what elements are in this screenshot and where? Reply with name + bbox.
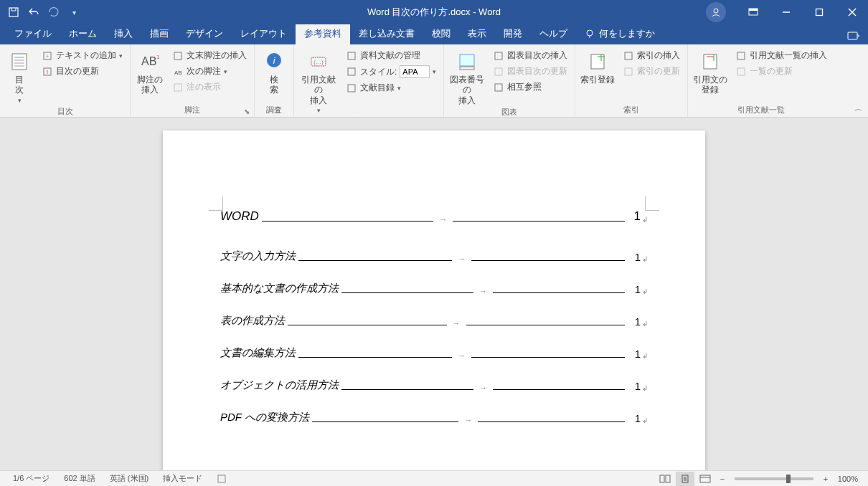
tab-layout[interactable]: レイアウト: [232, 23, 296, 44]
toc-leader: [471, 260, 625, 261]
insert-endnote-button[interactable]: 文末脚注の挿入: [169, 49, 250, 62]
tab-home[interactable]: ホーム: [60, 23, 105, 44]
insert-index-icon: [623, 50, 634, 62]
tab-file[interactable]: ファイル: [6, 23, 60, 44]
collapse-ribbon-button[interactable]: ︿: [854, 103, 862, 114]
tab-draw[interactable]: 描画: [141, 23, 177, 44]
web-layout-button[interactable]: [696, 472, 714, 486]
svg-rect-0: [9, 8, 18, 16]
update-toa-button[interactable]: 一覧の更新: [732, 65, 830, 78]
insert-footnote-button[interactable]: AB1 脚注の 挿入: [135, 47, 165, 103]
paragraph-mark-icon: ↲: [642, 352, 648, 360]
svg-point-8: [587, 30, 593, 36]
bibliography-button[interactable]: 文献目録: [343, 81, 439, 95]
toc-container: WORD→1↲文字の入力方法→1↲基本的な文書の作成方法→1↲表の作成方法→1↲…: [220, 209, 648, 424]
minimize-button[interactable]: [770, 0, 802, 24]
insert-tof-button[interactable]: 図表目次の挿入: [490, 49, 570, 62]
redo-button[interactable]: [46, 4, 62, 20]
macro-recording-icon[interactable]: [209, 474, 234, 484]
insert-citation-button[interactable]: (…) 引用文献の 挿入 ▾: [298, 47, 339, 115]
ribbon-group-footnotes: AB1 脚注の 挿入 文末脚注の挿入 AB次の脚注 注の表示 脚注⬊: [131, 44, 255, 117]
zoom-thumb[interactable]: [786, 475, 791, 483]
toc-leader: [312, 421, 459, 422]
toc-row[interactable]: WORD→1↲: [220, 209, 648, 224]
next-footnote-button[interactable]: AB次の脚注: [169, 65, 250, 78]
update-index-button[interactable]: 索引の更新: [620, 65, 683, 78]
qat-customize[interactable]: ▾: [66, 4, 82, 20]
toc-page: 1: [628, 283, 641, 295]
svg-rect-49: [666, 475, 670, 482]
insert-footnote-label: 脚注の 挿入: [137, 75, 163, 95]
paragraph-mark-icon: ↲: [642, 216, 648, 224]
svg-rect-11: [12, 54, 27, 70]
add-text-button[interactable]: +テキストの追加: [39, 49, 126, 62]
footnotes-launcher[interactable]: ⬊: [244, 108, 250, 115]
insert-toa-button[interactable]: 引用文献一覧の挿入: [732, 49, 830, 62]
language-indicator[interactable]: 英語 (米国): [103, 473, 156, 484]
tell-me[interactable]: 何をしますか: [576, 23, 664, 44]
svg-text:i: i: [273, 56, 275, 66]
zoom-level[interactable]: 100%: [834, 475, 862, 483]
share-button[interactable]: [839, 30, 868, 44]
toc-icon: [8, 50, 31, 73]
tab-help[interactable]: ヘルプ: [531, 23, 576, 44]
toc-row[interactable]: オブジェクトの活用方法→1↲: [220, 378, 648, 392]
toc-leader: [478, 421, 625, 422]
close-button[interactable]: [836, 0, 868, 24]
toc-title: 文書の編集方法: [220, 346, 296, 360]
tab-design[interactable]: デザイン: [177, 23, 232, 44]
bibliography-icon: [346, 82, 357, 94]
tab-review[interactable]: 校閲: [423, 23, 459, 44]
toc-row[interactable]: 文書の編集方法→1↲: [220, 346, 648, 360]
maximize-button[interactable]: [803, 0, 835, 24]
insert-mode[interactable]: 挿入モード: [156, 473, 209, 484]
tab-view[interactable]: 表示: [459, 23, 495, 44]
tab-mailings[interactable]: 差し込み文書: [350, 23, 423, 44]
svg-rect-33: [460, 67, 474, 70]
crossref-button[interactable]: 相互参照: [490, 80, 570, 94]
update-tof-button[interactable]: 図表目次の更新: [490, 65, 570, 78]
margin-mark-tr: [645, 196, 659, 211]
toc-row[interactable]: 表の作成方法→1↲: [220, 314, 648, 328]
tell-me-label: 何をしますか: [599, 27, 655, 40]
toc-leader: [288, 325, 447, 325]
paragraph-mark-icon: ↲: [642, 287, 648, 295]
zoom-out-button[interactable]: −: [716, 472, 729, 486]
ribbon-group-toc: 目 次 ▾ +テキストの追加 !目次の更新 目次: [0, 44, 131, 117]
toc-row[interactable]: 文字の入力方法→1↲: [220, 249, 648, 263]
toc-button[interactable]: 目 次 ▾: [4, 47, 34, 105]
search-label: 検 索: [270, 75, 278, 95]
toc-row[interactable]: 基本的な文書の作成方法→1↲: [220, 282, 648, 295]
svg-rect-36: [495, 84, 502, 91]
search-button[interactable]: i 検 索: [259, 47, 289, 103]
update-toc-button[interactable]: !目次の更新: [39, 65, 126, 78]
zoom-slider[interactable]: [735, 477, 813, 480]
toc-row[interactable]: PDF への変換方法→1↲: [220, 411, 648, 424]
insert-index-button[interactable]: 索引の挿入: [620, 49, 683, 62]
caption-icon: [456, 50, 478, 73]
account-icon[interactable]: [706, 2, 726, 22]
read-mode-button[interactable]: [656, 472, 674, 486]
page-count[interactable]: 1/6 ページ: [6, 473, 57, 484]
show-notes-button[interactable]: 注の表示: [169, 80, 250, 94]
insert-caption-button[interactable]: 図表番号の 挿入: [448, 47, 486, 105]
word-count[interactable]: 602 単語: [57, 473, 102, 484]
tab-developer[interactable]: 開発: [495, 23, 531, 44]
endnote-icon: [172, 50, 184, 62]
zoom-in-button[interactable]: +: [819, 472, 832, 486]
undo-button[interactable]: [26, 4, 42, 20]
style-select[interactable]: スタイル: ▾: [343, 65, 439, 79]
print-layout-button[interactable]: [676, 472, 694, 486]
mark-citation-button[interactable]: 引用文の 登録: [692, 47, 728, 103]
autosave-icon[interactable]: [6, 4, 22, 20]
tab-insert[interactable]: 挿入: [105, 23, 141, 44]
mark-index-button[interactable]: 索引登録: [580, 47, 615, 103]
document-area[interactable]: WORD→1↲文字の入力方法→1↲基本的な文書の作成方法→1↲表の作成方法→1↲…: [0, 118, 868, 470]
ribbon-display-button[interactable]: [737, 0, 769, 24]
tab-references[interactable]: 参考資料: [296, 23, 350, 44]
ribbon-group-research: i 検 索 調査: [255, 44, 294, 117]
manage-sources-button[interactable]: 資料文献の管理: [343, 49, 439, 62]
page[interactable]: WORD→1↲文字の入力方法→1↲基本的な文書の作成方法→1↲表の作成方法→1↲…: [163, 130, 705, 470]
style-input[interactable]: [400, 65, 430, 78]
status-bar: 1/6 ページ 602 単語 英語 (米国) 挿入モード − + 100%: [0, 470, 868, 486]
